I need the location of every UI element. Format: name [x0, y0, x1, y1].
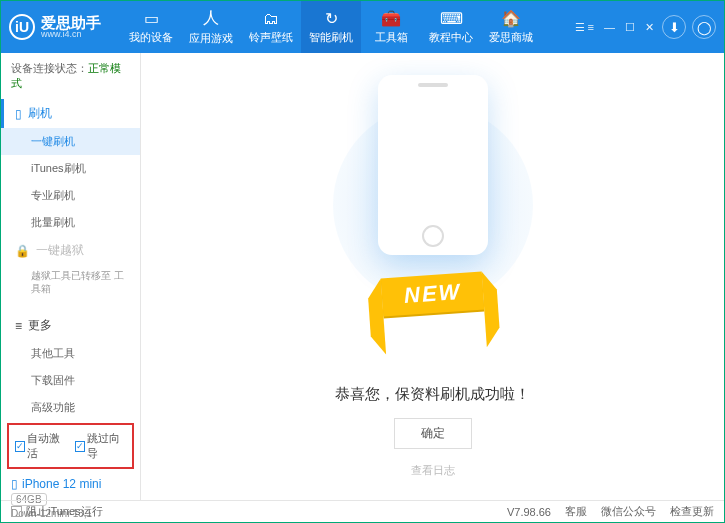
sidebar-item-flash-0[interactable]: 一键刷机: [1, 128, 140, 155]
sidebar-item-more-0[interactable]: 其他工具: [1, 340, 140, 367]
nav-1[interactable]: 人应用游戏: [181, 1, 241, 53]
nav-4[interactable]: 🧰工具箱: [361, 1, 421, 53]
phone-illustration: [378, 75, 488, 255]
download-icon[interactable]: ⬇: [662, 15, 686, 39]
nav-icon: 🗂: [263, 10, 279, 28]
nav-icon: 人: [203, 8, 219, 29]
options-highlighted: ✓自动激活✓跳过向导: [7, 423, 134, 469]
nav-label: 智能刷机: [309, 30, 353, 45]
lock-icon: 🔒: [15, 244, 30, 258]
maximize-icon[interactable]: ☐: [623, 21, 637, 34]
check-label: 跳过向导: [87, 431, 126, 461]
sidebar-item-flash-2[interactable]: 专业刷机: [1, 182, 140, 209]
device-name: iPhone 12 mini: [22, 477, 101, 491]
sidebar-item-more-1[interactable]: 下载固件: [1, 367, 140, 394]
success-message: 恭喜您，保资料刷机成功啦！: [335, 385, 530, 404]
section-more[interactable]: ≡ 更多: [1, 311, 140, 340]
window-controls: ☰ ≡ — ☐ ✕ ⬇ ◯: [573, 15, 716, 39]
jailbreak-note: 越狱工具已转移至 工具箱: [1, 265, 140, 303]
nav-label: 爱思商城: [489, 30, 533, 45]
view-log-link[interactable]: 查看日志: [411, 463, 455, 478]
nav-icon: 🧰: [381, 9, 401, 28]
logo[interactable]: iU 爱思助手 www.i4.cn: [9, 14, 101, 40]
nav-icon: ▭: [144, 9, 159, 28]
nav-icon: 🏠: [501, 9, 521, 28]
check-label: 自动激活: [27, 431, 66, 461]
section-jailbreak: 🔒 一键越狱: [1, 236, 140, 265]
user-icon[interactable]: ◯: [692, 15, 716, 39]
new-ribbon: NEW: [381, 272, 485, 317]
block-itunes-label: 阻止iTunes运行: [26, 504, 103, 519]
option-check-1[interactable]: ✓跳过向导: [75, 431, 127, 461]
list-icon: ≡: [15, 319, 22, 333]
nav-label: 工具箱: [375, 30, 408, 45]
footer-link-1[interactable]: 微信公众号: [601, 504, 656, 519]
footer-link-0[interactable]: 客服: [565, 504, 587, 519]
success-illustration: NEW: [313, 75, 553, 315]
nav-label: 教程中心: [429, 30, 473, 45]
checkbox-icon: ✓: [15, 441, 25, 452]
footer-link-2[interactable]: 检查更新: [670, 504, 714, 519]
version-label: V7.98.66: [507, 506, 551, 518]
connection-status: 设备连接状态：正常模式: [1, 53, 140, 99]
ok-button[interactable]: 确定: [394, 418, 472, 449]
app-title: 爱思助手: [41, 15, 101, 30]
close-icon[interactable]: ✕: [643, 21, 656, 34]
nav-icon: ⌨: [440, 9, 463, 28]
checkbox-icon: ✓: [75, 441, 85, 452]
device-icon: ▯: [11, 477, 18, 491]
nav-label: 铃声壁纸: [249, 30, 293, 45]
minimize-icon[interactable]: —: [602, 21, 617, 33]
app-url: www.i4.cn: [41, 30, 101, 39]
logo-icon: iU: [9, 14, 35, 40]
menu-icon[interactable]: ☰ ≡: [573, 21, 596, 34]
nav-label: 应用游戏: [189, 31, 233, 46]
nav-label: 我的设备: [129, 30, 173, 45]
sidebar: 设备连接状态：正常模式 ▯ 刷机 一键刷机iTunes刷机专业刷机批量刷机 🔒 …: [1, 53, 141, 500]
option-check-0[interactable]: ✓自动激活: [15, 431, 67, 461]
nav-5[interactable]: ⌨教程中心: [421, 1, 481, 53]
nav-0[interactable]: ▭我的设备: [121, 1, 181, 53]
main-nav: ▭我的设备人应用游戏🗂铃声壁纸↻智能刷机🧰工具箱⌨教程中心🏠爱思商城: [121, 1, 573, 53]
sidebar-item-flash-1[interactable]: iTunes刷机: [1, 155, 140, 182]
sidebar-item-more-2[interactable]: 高级功能: [1, 394, 140, 421]
phone-icon: ▯: [15, 107, 22, 121]
block-itunes-checkbox[interactable]: [11, 506, 22, 517]
footer: 阻止iTunes运行 V7.98.66 客服微信公众号检查更新: [1, 500, 724, 522]
nav-2[interactable]: 🗂铃声壁纸: [241, 1, 301, 53]
nav-6[interactable]: 🏠爱思商城: [481, 1, 541, 53]
nav-3[interactable]: ↻智能刷机: [301, 1, 361, 53]
header: iU 爱思助手 www.i4.cn ▭我的设备人应用游戏🗂铃声壁纸↻智能刷机🧰工…: [1, 1, 724, 53]
section-flash[interactable]: ▯ 刷机: [1, 99, 140, 128]
main-content: NEW 恭喜您，保资料刷机成功啦！ 确定 查看日志: [141, 53, 724, 500]
nav-icon: ↻: [325, 9, 338, 28]
sidebar-item-flash-3[interactable]: 批量刷机: [1, 209, 140, 236]
